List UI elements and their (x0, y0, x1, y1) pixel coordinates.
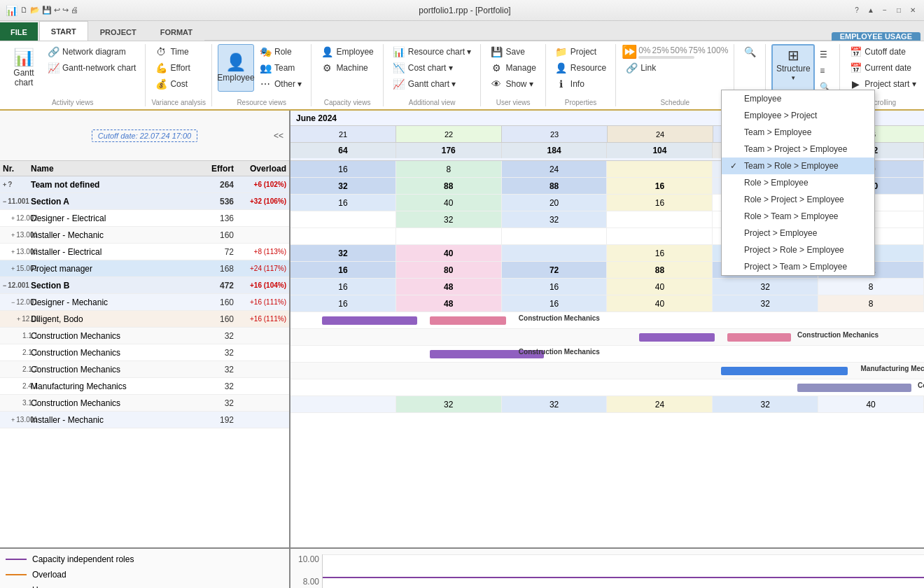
table-row: +15.001 Project manager 168 +24 (117%) (0, 260, 289, 277)
open-icon[interactable]: 📂 (30, 6, 40, 15)
gantt-chart-button[interactable]: 📊 Ganttchart (6, 44, 42, 92)
bar-row-212: Construction Mechanics (290, 346, 924, 363)
role-button[interactable]: 🎭 Role (255, 44, 305, 59)
time-button[interactable]: ⏱ Time (151, 44, 193, 59)
structure-tool-2[interactable]: ≡ (816, 63, 834, 78)
structure-item-3[interactable]: Team > Project > Employee (722, 141, 874, 158)
bar-label-4: Manufacturing Mechanics (861, 365, 925, 372)
current-date-button[interactable]: 📅 Current date (846, 60, 919, 76)
structure-item-9[interactable]: Project > Role > Employee (722, 241, 874, 258)
employee-res-button[interactable]: 👤 Employee (218, 44, 254, 92)
gantt-rows: +? Team not defined 264 +6 (102%) −11.00… (0, 176, 289, 547)
chart-cell: 16 (290, 262, 396, 278)
structure-item-5[interactable]: Role > Employee (722, 174, 874, 191)
bar-med-1 (797, 384, 911, 392)
save-view-icon: 💾 (490, 46, 503, 57)
structure-item-2[interactable]: Team > Employee (722, 124, 874, 141)
show-button[interactable]: 👁 Show ▾ (486, 76, 539, 92)
insert-tools: 🔍 (740, 44, 760, 59)
properties-small-group: 📁 Project 👤 Resource ℹ Info (552, 44, 610, 92)
gantt-chart-small-button[interactable]: 📈 Gantt chart ▾ (389, 76, 475, 92)
chart-cell: 32 (290, 178, 396, 194)
cost-chart-icon: 📉 (393, 62, 405, 74)
tab-start[interactable]: START (39, 21, 88, 41)
filter-button[interactable]: 🔍 (740, 44, 760, 59)
group-capacity-views: 👤 Employee ⚙ Machine Capacity views (312, 44, 383, 106)
chart-cell: 32 (713, 396, 818, 412)
tab-employee-usage[interactable]: EMPLOYEE USAGE (832, 32, 920, 41)
save-icon[interactable]: 💾 (42, 6, 52, 15)
additional-small-group: 📊 Resource chart ▾ 📉 Cost chart ▾ 📈 Gant… (389, 44, 475, 92)
properties-group-label: Properties (552, 96, 610, 106)
chart-cell (502, 228, 608, 244)
back-button[interactable]: << (274, 131, 284, 141)
maximize-button[interactable]: □ (893, 5, 904, 16)
employee-res-icon: 👤 (225, 54, 246, 71)
structure-item-10[interactable]: Project > Team > Employee (722, 258, 874, 275)
chart-row-last: 32 32 24 32 40 (290, 396, 924, 413)
team-button[interactable]: 👥 Team (255, 60, 305, 76)
manage-button[interactable]: ⚙ Manage (486, 60, 539, 76)
row-name: Project manager (31, 264, 199, 274)
capacity-small-group: 👤 Employee ⚙ Machine (317, 44, 377, 76)
structure-item-6[interactable]: Role > Project > Employee (722, 191, 874, 208)
row-effort: 160 (199, 314, 234, 324)
tab-format[interactable]: FORMAT (148, 22, 204, 41)
y-axis: 10.00 8.00 6.00 4.00 2.00 (290, 554, 322, 588)
structure-button[interactable]: ⊞ Structure ▼ (771, 44, 815, 92)
table-row: 2.1.1 Construction Mechanics 32 (0, 344, 289, 361)
row-overload: +16 (111%) (234, 315, 286, 323)
tab-file[interactable]: FILE (0, 22, 38, 41)
chart-cell: 32 (396, 396, 502, 412)
resource-chart-button[interactable]: 📊 Resource chart ▾ (389, 44, 475, 59)
structure-item-4[interactable]: ✓ Team > Role > Employee (722, 158, 874, 174)
help-icon[interactable]: ? (851, 5, 862, 16)
save-view-button[interactable]: 💾 Save (486, 44, 539, 59)
link-button[interactable]: 🔗 Link (622, 60, 728, 76)
capacity-machine-button[interactable]: ⚙ Machine (317, 60, 377, 76)
print-icon[interactable]: 🖨 (71, 6, 78, 15)
ribbon-toggle[interactable]: ▲ (865, 5, 876, 16)
new-icon[interactable]: 🗋 (20, 6, 28, 15)
cost-chart-button[interactable]: 📉 Cost chart ▾ (389, 60, 475, 76)
week-24: 24 (608, 126, 713, 142)
legend-usage-label: Usage (32, 585, 57, 588)
row-name: Installer - Electrical (31, 247, 199, 257)
minimize-button[interactable]: − (879, 5, 890, 16)
cost-icon: 💰 (155, 78, 167, 90)
row-effort: 160 (199, 230, 234, 240)
redo-icon[interactable]: ↪ (62, 6, 69, 15)
close-button[interactable]: ✕ (907, 5, 918, 16)
tab-project[interactable]: PROJECT (88, 22, 148, 41)
row-effort: 32 (199, 398, 234, 408)
sched-icon-1: ⏩ (622, 44, 637, 59)
project-prop-button[interactable]: 📁 Project (552, 44, 610, 59)
structure-item-0[interactable]: Employee (722, 90, 874, 107)
structure-item-8[interactable]: Project > Employee (722, 225, 874, 241)
gantt-network-button[interactable]: 📈 Gantt-network chart (43, 60, 139, 76)
row-nr: +13.001 (3, 416, 31, 424)
titlebar-controls: ? ▲ − □ ✕ (851, 5, 918, 16)
legend-line-purple (6, 559, 27, 560)
undo-icon[interactable]: ↩ (54, 6, 60, 15)
gantt-icon: 📊 (13, 49, 34, 66)
team-icon: 👥 (259, 62, 272, 74)
current-date-icon: 📅 (849, 62, 862, 74)
chart-cell: 16 (290, 195, 396, 211)
structure-item-1[interactable]: Employee > Project (722, 107, 874, 124)
structure-item-7[interactable]: Role > Team > Employee (722, 208, 874, 225)
row-effort: 72 (199, 247, 234, 257)
row-overload: +16 (104%) (234, 281, 286, 289)
capacity-employee-button[interactable]: 👤 Employee (317, 44, 377, 59)
structure-tool-1[interactable]: ☰ (816, 47, 834, 62)
row-effort: 536 (199, 197, 234, 206)
bar-pink-2 (727, 333, 791, 342)
info-button[interactable]: ℹ Info (552, 76, 610, 92)
network-diagram-button[interactable]: 🔗 Network diagram (43, 44, 139, 59)
effort-button[interactable]: 💪 Effort (151, 60, 193, 76)
resource-prop-button[interactable]: 👤 Resource (552, 60, 610, 76)
cost-button[interactable]: 💰 Cost (151, 76, 193, 92)
other-button[interactable]: ⋯ Other ▾ (255, 76, 305, 92)
cutoff-date-button[interactable]: 📅 Cutoff date (846, 44, 919, 59)
resource-views-label: Resource views (218, 96, 305, 106)
